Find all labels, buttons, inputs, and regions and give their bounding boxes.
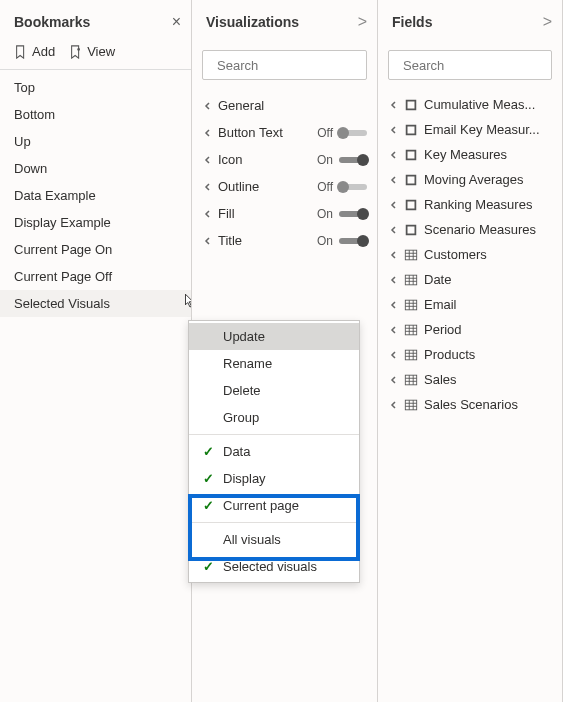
context-menu-item[interactable]: All visuals bbox=[189, 526, 359, 553]
measure-table-icon bbox=[404, 173, 418, 187]
field-item[interactable]: Key Measures bbox=[378, 142, 562, 167]
field-label: Moving Averages bbox=[424, 172, 524, 187]
viz-property-label: Outline bbox=[218, 179, 259, 194]
toggle-knob bbox=[357, 154, 369, 166]
bookmark-item[interactable]: Up bbox=[0, 128, 191, 155]
viz-property-row[interactable]: OutlineOff bbox=[192, 173, 377, 200]
close-icon[interactable]: × bbox=[172, 13, 181, 31]
bookmark-item[interactable]: Bottom bbox=[0, 101, 191, 128]
visualizations-title: Visualizations bbox=[206, 14, 299, 30]
chevron-down-icon bbox=[202, 209, 212, 219]
chevron-down-icon bbox=[202, 182, 212, 192]
field-label: Date bbox=[424, 272, 451, 287]
viz-property-row[interactable]: Button TextOff bbox=[192, 119, 377, 146]
add-bookmark-button[interactable]: Add bbox=[14, 44, 55, 59]
bookmark-item[interactable]: Selected Visuals bbox=[0, 290, 191, 317]
chevron-down-icon bbox=[388, 250, 398, 260]
field-item[interactable]: Date bbox=[378, 267, 562, 292]
svg-rect-17 bbox=[405, 250, 416, 260]
bookmark-item[interactable]: Down bbox=[0, 155, 191, 182]
field-item[interactable]: Customers bbox=[378, 242, 562, 267]
field-item[interactable]: Sales Scenarios bbox=[378, 392, 562, 417]
bookmark-item[interactable]: Display Example bbox=[0, 209, 191, 236]
field-label: Period bbox=[424, 322, 462, 337]
menu-separator bbox=[189, 522, 359, 523]
viz-search-box[interactable] bbox=[202, 50, 367, 80]
context-menu-label: Current page bbox=[223, 498, 299, 513]
context-menu-label: Update bbox=[223, 329, 265, 344]
bookmark-item[interactable]: Top bbox=[0, 74, 191, 101]
context-menu-item[interactable]: Delete bbox=[189, 377, 359, 404]
toggle-switch[interactable]: Off bbox=[317, 180, 367, 194]
chevron-down-icon bbox=[388, 100, 398, 110]
menu-separator bbox=[189, 434, 359, 435]
check-icon: ✓ bbox=[201, 498, 215, 513]
bookmark-item[interactable]: Current Page Off bbox=[0, 263, 191, 290]
view-bookmark-button[interactable]: View bbox=[69, 44, 115, 59]
toggle-track bbox=[339, 211, 367, 217]
field-item[interactable]: Moving Averages bbox=[378, 167, 562, 192]
toggle-switch[interactable]: Off bbox=[317, 126, 367, 140]
context-menu-item[interactable]: Rename bbox=[189, 350, 359, 377]
context-menu-label: Selected visuals bbox=[223, 559, 317, 574]
viz-property-row[interactable]: TitleOn bbox=[192, 227, 377, 254]
chevron-down-icon bbox=[388, 125, 398, 135]
check-icon: ✓ bbox=[201, 559, 215, 574]
fields-search-input[interactable] bbox=[403, 58, 563, 73]
fields-list: Cumulative Meas...Email Key Measur...Key… bbox=[378, 86, 562, 423]
field-item[interactable]: Ranking Measures bbox=[378, 192, 562, 217]
field-item[interactable]: Products bbox=[378, 342, 562, 367]
bookmarks-header: Bookmarks × bbox=[0, 0, 191, 44]
context-menu-item[interactable]: ✓Data bbox=[189, 438, 359, 465]
field-item[interactable]: Email bbox=[378, 292, 562, 317]
viz-property-row[interactable]: FillOn bbox=[192, 200, 377, 227]
bookmark-item[interactable]: Current Page On bbox=[0, 236, 191, 263]
field-label: Scenario Measures bbox=[424, 222, 536, 237]
svg-rect-42 bbox=[405, 375, 416, 385]
check-icon: ✓ bbox=[201, 471, 215, 486]
fields-search-box[interactable] bbox=[388, 50, 552, 80]
bookmarks-toolbar: Add View bbox=[0, 44, 191, 69]
collapse-icon[interactable]: > bbox=[358, 13, 367, 31]
add-label: Add bbox=[32, 44, 55, 59]
field-label: Sales bbox=[424, 372, 457, 387]
chevron-down-icon bbox=[388, 350, 398, 360]
svg-rect-10 bbox=[408, 151, 415, 158]
context-menu-item[interactable]: ✓Current page bbox=[189, 492, 359, 519]
toggle-switch[interactable]: On bbox=[317, 153, 367, 167]
field-item[interactable]: Cumulative Meas... bbox=[378, 92, 562, 117]
svg-rect-12 bbox=[408, 176, 415, 183]
toggle-knob bbox=[357, 208, 369, 220]
toggle-switch[interactable]: On bbox=[317, 207, 367, 221]
bookmark-item[interactable]: Data Example bbox=[0, 182, 191, 209]
context-menu-item[interactable]: Update bbox=[189, 323, 359, 350]
context-menu-label: Display bbox=[223, 471, 266, 486]
collapse-icon[interactable]: > bbox=[543, 13, 552, 31]
context-menu-item[interactable]: ✓Display bbox=[189, 465, 359, 492]
field-item[interactable]: Email Key Measur... bbox=[378, 117, 562, 142]
viz-search-wrap bbox=[192, 44, 377, 86]
chevron-down-icon bbox=[202, 101, 212, 111]
svg-rect-32 bbox=[405, 325, 416, 335]
bookmarks-pane: Bookmarks × Add View TopBottomUpDownData… bbox=[0, 0, 192, 702]
context-menu-item[interactable]: ✓Selected visuals bbox=[189, 553, 359, 580]
chevron-down-icon bbox=[388, 175, 398, 185]
viz-search-input[interactable] bbox=[217, 58, 378, 73]
chevron-down-icon bbox=[202, 128, 212, 138]
viz-property-row[interactable]: General bbox=[192, 92, 377, 119]
toggle-knob bbox=[337, 127, 349, 139]
svg-rect-6 bbox=[408, 101, 415, 108]
field-item[interactable]: Scenario Measures bbox=[378, 217, 562, 242]
table-icon bbox=[404, 323, 418, 337]
fields-search-wrap bbox=[378, 44, 562, 86]
viz-property-label: Button Text bbox=[218, 125, 283, 140]
viz-property-row[interactable]: IconOn bbox=[192, 146, 377, 173]
viz-property-label: Fill bbox=[218, 206, 235, 221]
field-item[interactable]: Period bbox=[378, 317, 562, 342]
toggle-switch[interactable]: On bbox=[317, 234, 367, 248]
toggle-track bbox=[339, 184, 367, 190]
context-menu-item[interactable]: Group bbox=[189, 404, 359, 431]
check-icon: ✓ bbox=[201, 444, 215, 459]
field-item[interactable]: Sales bbox=[378, 367, 562, 392]
field-label: Key Measures bbox=[424, 147, 507, 162]
